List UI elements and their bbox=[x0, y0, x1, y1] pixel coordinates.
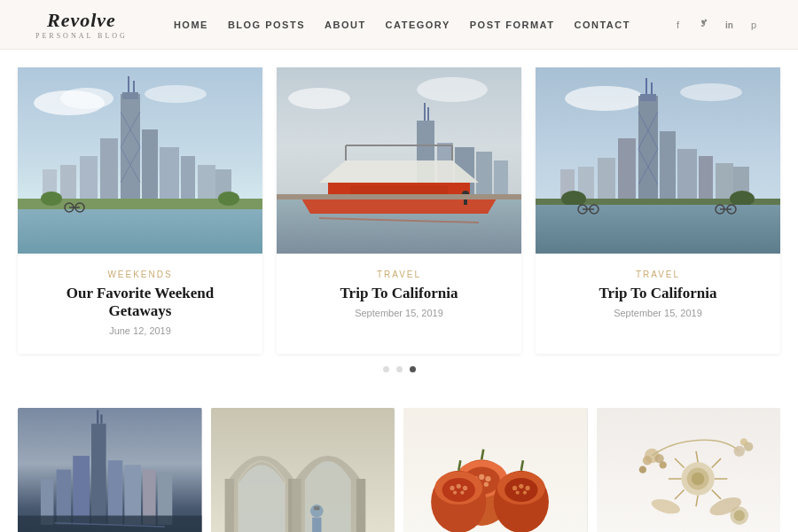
svg-rect-17 bbox=[142, 129, 158, 205]
svg-point-125 bbox=[519, 484, 523, 489]
svg-point-75 bbox=[730, 191, 755, 207]
svg-point-112 bbox=[484, 482, 489, 487]
card-1[interactable]: WEEKENDS Our Favorite Weekend Getaways J… bbox=[18, 67, 262, 354]
bottom-grid bbox=[0, 399, 798, 532]
card-2-category: TRAVEL bbox=[294, 270, 504, 279]
svg-point-54 bbox=[565, 86, 645, 111]
svg-point-55 bbox=[680, 83, 742, 101]
dot-1[interactable] bbox=[383, 366, 389, 372]
main-content: WEEKENDS Our Favorite Weekend Getaways J… bbox=[0, 50, 798, 532]
svg-rect-18 bbox=[160, 147, 179, 205]
card-2-image bbox=[277, 67, 521, 262]
dot-2[interactable] bbox=[396, 366, 403, 372]
card-3[interactable]: TRAVEL Trip To California September 15, … bbox=[536, 67, 780, 354]
nav-about[interactable]: ABOUT bbox=[325, 20, 366, 30]
nav-post-format[interactable]: POST FORMAT bbox=[470, 20, 555, 30]
card-1-date: June 12, 2019 bbox=[35, 325, 245, 336]
svg-point-119 bbox=[453, 490, 457, 494]
twitter-icon[interactable] bbox=[700, 19, 713, 30]
svg-rect-69 bbox=[699, 156, 713, 202]
svg-point-115 bbox=[442, 478, 475, 502]
cards-row: WEEKENDS Our Favorite Weekend Getaways J… bbox=[18, 67, 780, 354]
svg-point-147 bbox=[638, 466, 645, 473]
svg-rect-9 bbox=[122, 92, 138, 99]
svg-point-145 bbox=[642, 456, 651, 465]
svg-rect-100 bbox=[356, 479, 364, 532]
grid-item-2[interactable] bbox=[211, 408, 395, 532]
svg-point-120 bbox=[460, 490, 464, 494]
slider-dots bbox=[18, 354, 780, 390]
card-3-category: TRAVEL bbox=[553, 270, 763, 279]
svg-rect-51 bbox=[277, 194, 521, 200]
svg-point-117 bbox=[457, 484, 461, 489]
svg-rect-99 bbox=[292, 479, 301, 532]
svg-rect-64 bbox=[618, 138, 636, 202]
social-icons: f in p bbox=[677, 19, 763, 30]
svg-point-128 bbox=[523, 490, 527, 494]
grid-item-4[interactable] bbox=[597, 408, 781, 532]
svg-point-26 bbox=[41, 192, 62, 206]
logo-tagline: PERSONAL BLOG bbox=[35, 32, 128, 40]
card-1-image bbox=[18, 67, 262, 262]
svg-rect-57 bbox=[640, 94, 656, 101]
card-2-date: September 15, 2019 bbox=[294, 308, 504, 318]
svg-rect-56 bbox=[638, 96, 658, 202]
svg-rect-65 bbox=[660, 131, 676, 202]
svg-point-148 bbox=[659, 461, 666, 468]
card-2[interactable]: TRAVEL Trip To California September 15, … bbox=[277, 67, 521, 354]
svg-point-149 bbox=[733, 446, 744, 457]
card-3-info: TRAVEL Trip To California September 15, … bbox=[536, 254, 780, 336]
card-1-info: WEEKENDS Our Favorite Weekend Getaways J… bbox=[18, 254, 262, 354]
svg-point-124 bbox=[512, 486, 517, 490]
svg-rect-19 bbox=[80, 156, 98, 205]
svg-rect-88 bbox=[108, 460, 123, 525]
nav-blog-posts[interactable]: BLOG POSTS bbox=[228, 20, 305, 30]
svg-point-116 bbox=[450, 486, 454, 490]
svg-point-5 bbox=[60, 88, 113, 109]
svg-rect-84 bbox=[91, 424, 106, 525]
svg-point-118 bbox=[463, 486, 467, 490]
svg-marker-44 bbox=[319, 160, 479, 183]
svg-rect-87 bbox=[73, 456, 90, 525]
header: Revolve PERSONAL BLOG HOME BLOG POSTS AB… bbox=[0, 0, 798, 50]
logo: Revolve PERSONAL BLOG bbox=[35, 9, 128, 40]
nav-home[interactable]: HOME bbox=[174, 20, 208, 30]
svg-point-123 bbox=[505, 478, 537, 502]
svg-rect-66 bbox=[677, 149, 697, 202]
linkedin-icon[interactable]: in bbox=[725, 19, 739, 30]
svg-text:p: p bbox=[751, 20, 756, 30]
main-nav: HOME BLOG POSTS ABOUT CATEGORY POST FORM… bbox=[174, 20, 630, 30]
svg-point-109 bbox=[479, 474, 484, 480]
svg-point-135 bbox=[691, 473, 704, 486]
svg-point-127 bbox=[516, 490, 520, 494]
svg-point-110 bbox=[485, 476, 490, 481]
pinterest-icon[interactable]: p bbox=[751, 19, 763, 30]
svg-point-27 bbox=[218, 192, 239, 206]
svg-rect-16 bbox=[100, 138, 118, 205]
card-1-category: WEEKENDS bbox=[35, 270, 245, 279]
svg-text:in: in bbox=[725, 20, 733, 30]
svg-rect-8 bbox=[121, 94, 140, 205]
grid-item-3[interactable] bbox=[403, 408, 588, 532]
dot-3[interactable] bbox=[410, 366, 416, 372]
card-2-info: TRAVEL Trip To California September 15, … bbox=[277, 254, 521, 336]
featured-slider: WEEKENDS Our Favorite Weekend Getaways J… bbox=[0, 50, 798, 399]
svg-point-32 bbox=[288, 88, 350, 109]
logo-name: Revolve bbox=[47, 9, 116, 32]
grid-item-1[interactable] bbox=[18, 408, 202, 532]
grid-row bbox=[18, 408, 780, 532]
svg-point-6 bbox=[145, 85, 207, 103]
svg-rect-67 bbox=[598, 158, 615, 202]
nav-category[interactable]: CATEGORY bbox=[386, 20, 450, 30]
svg-rect-94 bbox=[18, 516, 202, 533]
facebook-icon[interactable]: f bbox=[677, 19, 688, 30]
svg-rect-97 bbox=[224, 479, 233, 532]
card-3-date: September 15, 2019 bbox=[553, 308, 763, 318]
svg-rect-21 bbox=[181, 156, 195, 205]
svg-text:f: f bbox=[677, 20, 680, 30]
card-1-title: Our Favorite Weekend Getaways bbox=[35, 285, 245, 320]
svg-point-126 bbox=[525, 486, 529, 490]
svg-point-33 bbox=[417, 77, 488, 102]
card-2-title: Trip To California bbox=[294, 285, 504, 302]
nav-contact[interactable]: CONTACT bbox=[574, 20, 630, 30]
